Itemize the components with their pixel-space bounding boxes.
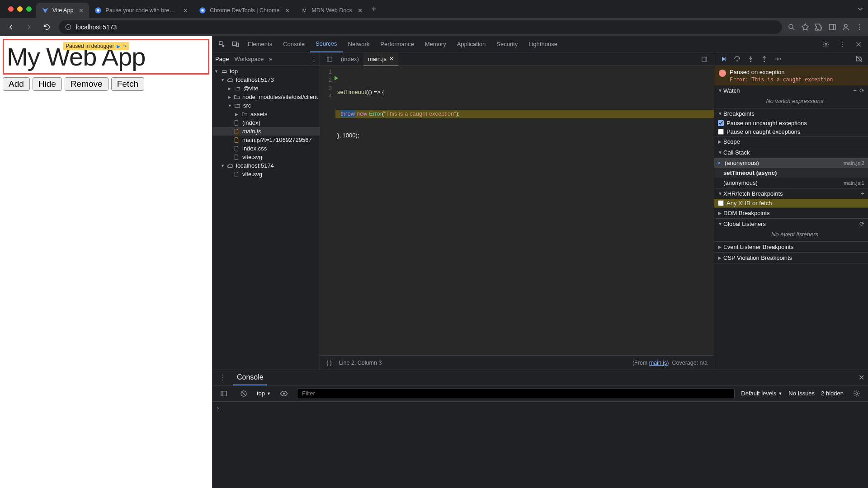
browser-tab[interactable]: M MDN Web Docs ✕ xyxy=(295,3,368,18)
bookmark-icon[interactable] xyxy=(801,23,809,31)
chevron-down-icon[interactable] xyxy=(856,5,864,13)
settings-icon[interactable] xyxy=(819,38,833,51)
zoom-window-icon[interactable] xyxy=(26,6,32,12)
section-xhr[interactable]: ▼XHR/fetch Breakpoints+ xyxy=(714,188,868,199)
navigator-tab-workspace[interactable]: Workspace xyxy=(234,56,264,62)
section-scope[interactable]: ▶Scope xyxy=(714,136,868,147)
tab-network[interactable]: Network xyxy=(343,36,375,52)
tree-node-file[interactable]: index.css xyxy=(212,144,320,153)
close-tab-icon[interactable]: ✕ xyxy=(79,7,84,14)
tab-application[interactable]: Application xyxy=(452,36,491,52)
add-xhr-icon[interactable]: + xyxy=(861,190,864,197)
tab-performance[interactable]: Performance xyxy=(375,36,419,52)
console-output[interactable]: › xyxy=(212,402,868,488)
tree-node-folder[interactable]: ▶@vite xyxy=(212,84,320,93)
search-icon[interactable] xyxy=(788,23,796,31)
console-settings-icon[interactable] xyxy=(850,387,863,400)
inspect-element-icon[interactable] xyxy=(215,38,229,51)
remove-button[interactable]: Remove xyxy=(65,77,108,91)
menu-icon[interactable] xyxy=(855,23,863,31)
sidebar-toggle-icon[interactable] xyxy=(217,387,231,400)
source-link[interactable]: main.js xyxy=(649,360,667,366)
stepout-icon[interactable] xyxy=(759,54,769,65)
browser-tab[interactable]: Pause your code with breakp ✕ xyxy=(89,3,193,18)
new-tab-button[interactable]: + xyxy=(368,5,380,14)
hide-button[interactable]: Hide xyxy=(33,77,62,91)
close-tab-icon[interactable]: ✕ xyxy=(358,7,363,14)
tree-node-top[interactable]: ▼▭top xyxy=(212,67,320,75)
tab-lighthouse[interactable]: Lighthouse xyxy=(523,36,563,52)
section-event-listener[interactable]: ▶Event Listener Breakpoints xyxy=(714,242,868,252)
section-breakpoints[interactable]: ▼Breakpoints xyxy=(714,108,868,119)
stepover-icon[interactable]: ↷ xyxy=(123,44,127,49)
resume-icon[interactable] xyxy=(718,54,729,65)
tree-node-folder[interactable]: ▼src xyxy=(212,101,320,110)
back-button[interactable] xyxy=(5,21,17,33)
drawer-more-icon[interactable]: ⋮ xyxy=(216,371,230,385)
tree-node-file[interactable]: vite.svg xyxy=(212,170,320,178)
more-icon[interactable] xyxy=(835,38,849,51)
tree-node-file[interactable]: main.js xyxy=(212,127,320,136)
section-global[interactable]: ▼Global Listeners⟳ xyxy=(714,219,868,229)
close-icon[interactable]: ✕ xyxy=(389,56,394,62)
resume-icon[interactable]: ▶ xyxy=(117,44,120,49)
pause-caught-checkbox[interactable]: Pause on caught exceptions xyxy=(714,127,868,136)
code-editor[interactable]: 1234 setTimeout(() => { throw new Error(… xyxy=(320,66,714,355)
step-icon[interactable] xyxy=(772,54,783,65)
section-dom[interactable]: ▶DOM Breakpoints xyxy=(714,208,868,218)
tree-node-folder[interactable]: ▶assets xyxy=(212,110,320,118)
hidden-count[interactable]: 2 hidden xyxy=(821,390,844,397)
forward-button[interactable] xyxy=(23,21,35,33)
add-watch-icon[interactable]: + xyxy=(853,87,857,94)
tree-node-file[interactable]: (index) xyxy=(212,118,320,127)
stepinto-icon[interactable] xyxy=(745,54,756,65)
clear-console-icon[interactable] xyxy=(237,387,250,400)
tab-security[interactable]: Security xyxy=(491,36,523,52)
profile-icon[interactable] xyxy=(842,23,850,31)
close-tab-icon[interactable]: ✕ xyxy=(183,7,188,14)
tree-node-origin[interactable]: ▼localhost:5173 xyxy=(212,75,320,84)
tab-elements[interactable]: Elements xyxy=(242,36,278,52)
address-bar[interactable]: localhost:5173 xyxy=(59,20,782,34)
close-devtools-icon[interactable] xyxy=(852,38,865,51)
drawer-tab-console[interactable]: Console xyxy=(233,370,267,385)
site-info-icon[interactable] xyxy=(65,24,71,30)
tree-node-folder[interactable]: ▶node_modules/vite/dist/client xyxy=(212,93,320,101)
refresh-icon[interactable]: ⟳ xyxy=(859,221,864,227)
pause-uncaught-checkbox[interactable]: Pause on uncaught exceptions xyxy=(714,119,868,127)
log-levels-selector[interactable]: Default levels ▼ xyxy=(741,390,782,397)
fetch-button[interactable]: Fetch xyxy=(111,77,145,91)
extensions-icon[interactable] xyxy=(815,23,823,31)
minimize-window-icon[interactable] xyxy=(17,6,23,12)
reload-button[interactable] xyxy=(41,21,53,33)
device-toolbar-icon[interactable] xyxy=(229,38,242,51)
editor-tab[interactable]: main.js✕ xyxy=(363,52,398,66)
toggle-navigator-icon[interactable] xyxy=(323,52,336,66)
close-tab-icon[interactable]: ✕ xyxy=(285,7,290,14)
tab-memory[interactable]: Memory xyxy=(420,36,452,52)
tree-node-file[interactable]: main.js?t=1710692729567 xyxy=(212,136,320,144)
refresh-icon[interactable]: ⟳ xyxy=(859,87,864,94)
section-csp[interactable]: ▶CSP Violation Breakpoints xyxy=(714,253,868,263)
callstack-row[interactable]: (anonymous)main.js:1 xyxy=(714,178,868,188)
browser-tab-active[interactable]: Vite App ✕ xyxy=(36,3,89,18)
issues-status[interactable]: No Issues xyxy=(788,390,815,397)
live-expression-icon[interactable] xyxy=(277,387,291,400)
context-selector[interactable]: top ▼ xyxy=(257,390,271,397)
file-tree[interactable]: ▼▭top ▼localhost:5173 ▶@vite ▶node_modul… xyxy=(212,66,320,370)
prettyprint-icon[interactable]: { } xyxy=(326,360,332,366)
navigator-more-icon[interactable]: ⋮ xyxy=(311,56,317,62)
editor-tab[interactable]: (index) xyxy=(336,52,363,66)
tree-node-file[interactable]: vite.svg xyxy=(212,153,320,161)
close-drawer-icon[interactable]: ✕ xyxy=(859,373,864,382)
tab-sources[interactable]: Sources xyxy=(310,36,343,52)
tree-node-origin[interactable]: ▼localhost:5174 xyxy=(212,161,320,170)
xhr-any-checkbox[interactable]: Any XHR or fetch xyxy=(714,199,868,207)
sidepanel-icon[interactable] xyxy=(828,23,836,31)
tab-console[interactable]: Console xyxy=(278,36,310,52)
section-watch[interactable]: ▼Watch+⟳ xyxy=(714,85,868,96)
browser-tab[interactable]: Chrome DevTools | Chrome ✕ xyxy=(193,3,295,18)
add-button[interactable]: Add xyxy=(3,77,30,91)
navigator-overflow-icon[interactable]: » xyxy=(269,56,272,62)
close-window-icon[interactable] xyxy=(8,6,14,12)
